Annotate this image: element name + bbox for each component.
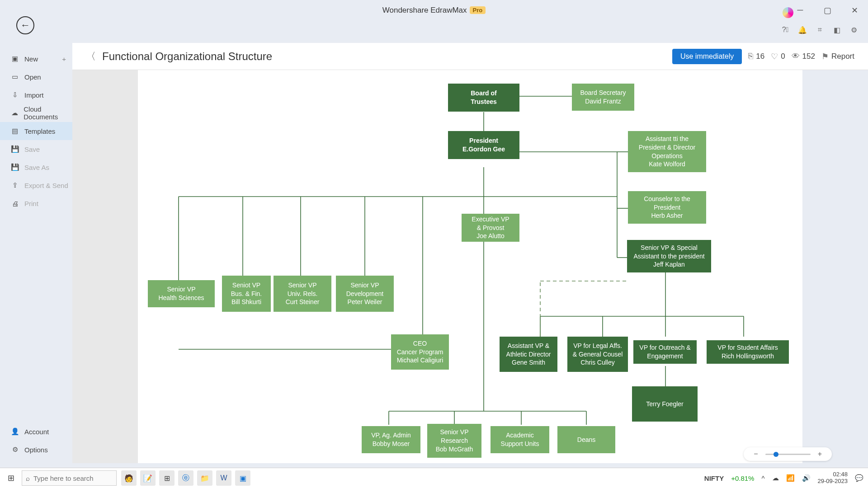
avatar[interactable]	[783, 7, 793, 18]
maximize-button[interactable]: ▢	[814, 0, 841, 20]
sidebar-label: Export & Send	[24, 182, 68, 189]
sidebar-label: Import	[24, 91, 44, 99]
sidebar-label: Options	[24, 446, 48, 454]
plus-icon[interactable]: +	[62, 55, 66, 63]
pro-badge: Pro	[470, 6, 486, 14]
tray-cloud-icon[interactable]: ☁	[772, 474, 779, 482]
clock[interactable]: 02:4829-09-2023	[818, 471, 848, 485]
eye-icon: 👁	[792, 52, 800, 61]
node-special[interactable]: Senior VP & SpecialAssistant to the pres…	[627, 240, 711, 272]
zoom-out-button[interactable]: −	[754, 450, 758, 458]
likes-stat[interactable]: ♡0	[771, 52, 785, 61]
node-univ[interactable]: Senior VPUniv. Rels.Curt Steiner	[274, 276, 331, 312]
node-ceo[interactable]: CEOCancer ProgramMichael Caligiuri	[391, 334, 449, 370]
sidebar-label: Save As	[24, 164, 49, 171]
sidebar-item-new[interactable]: ▣New+	[0, 50, 72, 68]
import-icon: ⇩	[11, 91, 19, 99]
canvas-margin-left	[72, 70, 138, 463]
node-agadmin[interactable]: VP, Ag. AdminBobby Moser	[362, 426, 420, 453]
zoom-slider[interactable]	[765, 454, 811, 455]
taskbar-apps: 🧑 📝 ⊞ ⓔ 📁 W ▣	[121, 470, 250, 486]
sidebar-label: New	[24, 55, 38, 63]
sidebar-item-export: ⇪Export & Send	[0, 176, 72, 194]
node-academic[interactable]: AcademicSupport Units	[491, 426, 549, 453]
taskbar-app-3[interactable]: ⊞	[159, 470, 175, 486]
bell-icon[interactable]: 🔔	[798, 26, 807, 34]
node-exec[interactable]: Executive VP& ProvostJoe Alutto	[462, 214, 519, 242]
taskbar-app-2[interactable]: 📝	[140, 470, 156, 486]
node-dev[interactable]: Senior VPDevelopmentPeter Weiler	[336, 276, 394, 312]
plus-box-icon: ▣	[11, 55, 19, 63]
zoom-in-button[interactable]: +	[818, 450, 822, 458]
sidebar-item-cloud[interactable]: ☁Cloud Documents	[0, 104, 72, 122]
sidebar-item-print: 🖨Print	[0, 194, 72, 212]
search-box[interactable]: ⌕	[22, 470, 117, 486]
taskbar-app-word[interactable]: W	[216, 470, 231, 486]
nifty-label[interactable]: NIFTY	[704, 474, 724, 482]
apps-icon[interactable]: ⌗	[816, 26, 824, 34]
node-student[interactable]: VP for Student AffairsRich Hollingsworth	[707, 340, 789, 364]
toolbar: ?⃝ 🔔 ⌗ ◧ ⚙	[0, 20, 868, 39]
search-input[interactable]	[33, 474, 113, 482]
taskbar-app-1[interactable]: 🧑	[121, 470, 137, 486]
sidebar-item-account[interactable]: 👤Account	[0, 422, 72, 441]
node-assistant[interactable]: Assistant tti thePresident & DirectorOpe…	[628, 131, 706, 172]
node-outreach[interactable]: VP for Outreach &Engagement	[633, 340, 697, 364]
taskbar-app-edraw[interactable]: ▣	[235, 470, 250, 486]
app-title: Wondershare EdrawMax	[382, 6, 467, 15]
sidebar-item-import[interactable]: ⇩Import	[0, 86, 72, 104]
copies-stat[interactable]: ⎘16	[748, 52, 764, 61]
node-health[interactable]: Senior VPHealth Sciences	[148, 280, 215, 307]
sidebar-item-save: 💾Save	[0, 140, 72, 158]
start-button[interactable]: ⊞	[0, 473, 22, 483]
sidebar-item-options[interactable]: ⚙Options	[0, 441, 72, 459]
theme-icon[interactable]: ◧	[833, 26, 841, 34]
node-counselor[interactable]: Counselor to thePresidentHerb Asher	[628, 191, 706, 224]
node-research[interactable]: Senior VPResearchBob McGrath	[427, 424, 481, 458]
canvas-header: 〈 Functional Organizational Structure Us…	[72, 43, 868, 70]
node-athletic[interactable]: Assistant VP &Athletic DirectorGene Smit…	[500, 337, 557, 372]
header-back-icon[interactable]: 〈	[86, 50, 96, 63]
sidebar: ▣New+ ▭Open ⇩Import ☁Cloud Documents ▤Te…	[0, 45, 72, 468]
tray-volume-icon[interactable]: 🔊	[802, 474, 811, 482]
views-stat: 👁152	[792, 52, 815, 61]
report-button[interactable]: ⚑Report	[821, 52, 854, 61]
tray-wifi-icon[interactable]: 📶	[786, 474, 795, 482]
system-tray: NIFTY +0.81% ^ ☁ 📶 🔊 02:4829-09-2023 💬	[704, 471, 868, 485]
node-bus[interactable]: Seniot VPBus. & Fin.Bill Shkurti	[222, 276, 271, 312]
export-icon: ⇪	[11, 181, 19, 189]
close-button[interactable]: ✕	[841, 0, 868, 20]
sidebar-item-templates[interactable]: ▤Templates	[0, 122, 72, 140]
taskbar-app-files[interactable]: 📁	[197, 470, 212, 486]
sidebar-label: Save	[24, 145, 40, 153]
nifty-value[interactable]: +0.81%	[731, 474, 754, 482]
options-icon: ⚙	[11, 446, 19, 454]
taskbar: ⊞ ⌕ 🧑 📝 ⊞ ⓔ 📁 W ▣ NIFTY +0.81% ^ ☁ 📶 🔊 0…	[0, 468, 868, 488]
flag-icon: ⚑	[821, 52, 829, 61]
node-president[interactable]: PresidentE.Gordon Gee	[448, 131, 519, 159]
zoom-control[interactable]: − +	[744, 447, 832, 461]
sidebar-item-open[interactable]: ▭Open	[0, 68, 72, 86]
node-legal[interactable]: VP for Legal Affs.& General CouselChris …	[567, 337, 628, 372]
help-icon[interactable]: ?⃝	[781, 26, 789, 34]
sidebar-item-saveas: 💾Save As	[0, 158, 72, 176]
gear-icon[interactable]: ⚙	[850, 26, 858, 34]
templates-icon: ▤	[11, 127, 19, 135]
heart-icon: ♡	[771, 52, 778, 61]
sidebar-label: Cloud Documents	[24, 105, 72, 121]
tray-chevron-icon[interactable]: ^	[761, 474, 764, 482]
use-immediately-button[interactable]: Use immediately	[672, 49, 742, 64]
cloud-icon: ☁	[11, 109, 18, 117]
save-icon: 💾	[11, 145, 19, 153]
sidebar-label: Print	[24, 200, 38, 207]
search-icon: ⌕	[26, 474, 30, 482]
node-secretary[interactable]: Board SecretaryDavid Frantz	[572, 84, 634, 111]
tray-notifications-icon[interactable]: 💬	[855, 474, 863, 482]
node-terry[interactable]: Terry Foegler	[632, 386, 698, 422]
node-board[interactable]: Board ofTrustees	[448, 84, 519, 112]
taskbar-app-edge[interactable]: ⓔ	[178, 470, 193, 486]
back-button[interactable]: ←	[16, 16, 34, 34]
canvas[interactable]: Board ofTrustees Board SecretaryDavid Fr…	[138, 70, 802, 463]
title-bar: Wondershare EdrawMax Pro ─ ▢ ✕	[0, 0, 868, 20]
node-deans[interactable]: Deans	[557, 426, 615, 453]
